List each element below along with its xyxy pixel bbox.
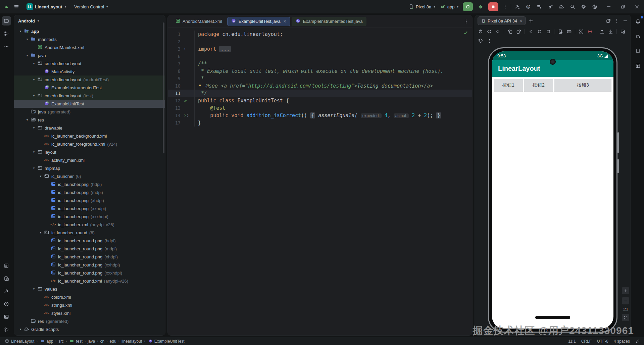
tree-item-app[interactable]: ▾app [14, 27, 165, 35]
tool-strip-structure[interactable] [2, 29, 11, 38]
tab-AndroidManifest.xml[interactable]: MAndroidManifest.xml [171, 17, 226, 26]
project-widget[interactable]: LL LinearLayout ▾ [24, 2, 68, 11]
tool-strip-terminal[interactable] [2, 312, 11, 322]
tree-item-res[interactable]: res(generated) [14, 317, 165, 325]
tool-strip-notifications[interactable] [633, 17, 643, 26]
tree-item-drawable[interactable]: ▾drawable [14, 124, 165, 132]
tree-item-layout[interactable]: ▾layout [14, 148, 165, 156]
editor-options-kebab-icon[interactable] [463, 18, 469, 24]
phone-button-3[interactable]: 按钮3 [554, 79, 611, 92]
kebab-icon[interactable] [487, 38, 492, 44]
kebab-icon[interactable] [614, 18, 620, 24]
tool-strip-device-explorer[interactable] [633, 46, 643, 56]
fold-arrow-icon[interactable]: ❯ [184, 45, 186, 53]
tree-item-java[interactable]: java(generated) [14, 108, 165, 116]
code-line-12[interactable]: 12▷▷public class ExampleUnitTest { [168, 97, 472, 104]
rerun-button[interactable] [463, 2, 473, 11]
code-line-2[interactable]: 2 [168, 38, 472, 45]
tree-item-ic_launcher_round.png[interactable]: ic_launcher_round.png(xxhdpi) [14, 261, 165, 269]
chevron-down-icon[interactable]: ▾ [31, 126, 37, 130]
tree-item-res[interactable]: ▾res [14, 116, 165, 124]
tree-item-values[interactable]: ▾values [14, 285, 165, 293]
breadcrumb-app[interactable]: app [40, 338, 53, 345]
attach-debug-button[interactable] [546, 2, 554, 11]
breadcrumb-java[interactable]: java [88, 339, 95, 344]
profiler-list-button[interactable] [535, 2, 543, 11]
tree-item-MainActivity[interactable]: CMainActivity [14, 67, 165, 76]
file-encoding[interactable]: UTF-8 [597, 339, 608, 344]
code-line-8[interactable]: 8 * Example local unit test, which will … [168, 67, 472, 75]
code-line-6[interactable]: 6 [168, 53, 472, 60]
tree-item-cn.edu.linearlayout[interactable]: ▾cn.edu.linearlayout(androidTest) [14, 76, 165, 84]
zoom-out-button[interactable] [622, 297, 629, 304]
tree-item-ic_launcher_round.png[interactable]: ic_launcher_round.png(xhdpi) [14, 253, 165, 261]
chevron-down-icon[interactable]: ▾ [24, 118, 30, 121]
tool-strip-project[interactable] [2, 16, 11, 26]
chevron-down-icon[interactable]: ▾ [24, 54, 30, 57]
upload-icon[interactable] [599, 29, 605, 35]
tool-strip-logcat[interactable] [2, 261, 11, 270]
tree-item-ic_launcher_round.png[interactable]: ic_launcher_round.png(hdpi) [14, 237, 165, 245]
indent-setting[interactable]: 4 spaces [614, 339, 630, 344]
tree-item-ic_launcher.png[interactable]: ic_launcher.png(xhdpi) [14, 196, 165, 204]
tree-item-ic_launcher.png[interactable]: ic_launcher.png(xxhdpi) [14, 204, 165, 212]
tool-strip-device-manager[interactable] [2, 274, 11, 283]
intention-bulb-icon[interactable] [198, 82, 203, 90]
download-icon[interactable] [608, 29, 613, 35]
power-icon[interactable] [478, 29, 483, 35]
tree-item-ic_launcher_round.png[interactable]: ic_launcher_round.png(mdpi) [14, 245, 165, 253]
volume-down-icon[interactable] [495, 29, 501, 35]
more-run-actions[interactable] [501, 2, 509, 11]
screenshot-icon[interactable] [578, 29, 584, 35]
phone-screen[interactable]: 9:53 3G LinearLayout 按钮1按钮2按钮3 [492, 51, 613, 329]
tree-item-ic_launcher.xml[interactable]: </>ic_launcher.xml(anydpi-v26) [14, 220, 165, 229]
tree-item-AndroidManifest.xml[interactable]: MAndroidManifest.xml [14, 43, 165, 51]
home-icon[interactable] [537, 29, 542, 35]
chevron-down-icon[interactable]: ▾ [31, 166, 37, 170]
code-line-13[interactable]: 13 @Test [168, 104, 472, 112]
keyboard-icon[interactable] [566, 29, 572, 35]
tree-item-ic_launcher_background.xml[interactable]: </>ic_launcher_background.xml [14, 132, 165, 140]
tree-item-activity_main.xml[interactable]: </>activity_main.xml [14, 156, 165, 164]
line-ending[interactable]: CRLF [581, 339, 592, 344]
volume-up-icon[interactable] [486, 29, 492, 35]
run-config-selector[interactable]: app ▾ [438, 2, 461, 11]
tree-item-cn.edu.linearlayout[interactable]: ▾cn.edu.linearlayout(test) [14, 92, 165, 100]
breadcrumb-cn[interactable]: cn [100, 339, 105, 344]
code-line-17[interactable]: 17} [168, 119, 472, 127]
search-button[interactable] [568, 2, 576, 11]
tree-item-ic_launcher[interactable]: ▾ic_launcher(6) [14, 172, 165, 180]
chevron-down-icon[interactable]: ▾ [31, 150, 37, 154]
project-view-selector[interactable]: Android [18, 18, 35, 23]
tool-strip-layout-inspector[interactable] [633, 61, 643, 70]
back-icon[interactable] [528, 29, 534, 35]
code-editor[interactable]: 1package cn.edu.linearlayout;23❯import .… [168, 28, 472, 335]
record-icon[interactable] [587, 29, 593, 35]
tool-strip-version-control[interactable] [2, 325, 11, 334]
debug-button[interactable] [476, 2, 486, 11]
breadcrumb-test[interactable]: test [69, 338, 82, 345]
phone-button-2[interactable]: 按钮2 [524, 79, 553, 92]
device-settings-icon[interactable] [557, 29, 563, 35]
breadcrumb-linearlayout[interactable]: linearlayout [121, 339, 142, 344]
code-line-3[interactable]: 3❯import ... [168, 45, 472, 53]
tree-item-ic_launcher.png[interactable]: ic_launcher.png(hdpi) [14, 180, 165, 188]
tab-ExampleUnitTest.java[interactable]: CExampleUnitTest.java✕ [227, 17, 290, 26]
tree-item-ic_launcher_foreground.xml[interactable]: </>ic_launcher_foreground.xml(v24) [14, 140, 165, 148]
tool-strip-problems[interactable] [2, 299, 11, 309]
tree-item-strings.xml[interactable]: </>strings.xml [14, 301, 165, 309]
chevron-down-icon[interactable]: ▾ [31, 62, 37, 65]
code-line-1[interactable]: 1package cn.edu.linearlayout; [168, 31, 472, 38]
device-tab[interactable]: Pixel 8a API 34 ✕ [478, 16, 526, 25]
window-close-button[interactable] [630, 0, 644, 13]
write-access-pencil-icon[interactable] [635, 339, 640, 344]
build-hammer-button[interactable] [513, 2, 521, 11]
tab-close-icon[interactable]: ✕ [283, 19, 287, 24]
breadcrumb-LinearLayout[interactable]: LinearLayout [4, 338, 34, 345]
phone-button-1[interactable]: 按钮1 [494, 79, 523, 92]
zoom-in-button[interactable] [622, 287, 629, 294]
code-line-7[interactable]: 7/** [168, 60, 472, 67]
tool-strip-build[interactable] [2, 287, 11, 296]
minimize-icon[interactable] [622, 18, 628, 24]
breadcrumb-ExampleUnitTest[interactable]: CExampleUnitTest [147, 338, 185, 345]
